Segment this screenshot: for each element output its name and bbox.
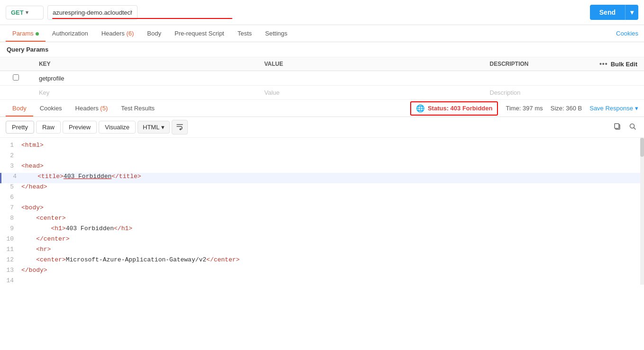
line-number: 3 — [0, 162, 21, 170]
toolbar-right — [612, 121, 638, 134]
col-key: KEY — [32, 57, 258, 71]
line-content: </center> — [21, 235, 644, 242]
line-number: 14 — [0, 277, 21, 284]
line-number: 1 — [0, 142, 21, 149]
line-content: </head> — [21, 183, 644, 190]
code-line-9: 9 <h1>403 Forbidden</h1> — [0, 225, 644, 235]
line-content: <head> — [21, 162, 644, 170]
table-row: getprofile — [0, 71, 644, 86]
tab-prerequest[interactable]: Pre-request Script — [168, 25, 231, 42]
copy-button[interactable] — [612, 121, 623, 134]
headers-count: (6) — [126, 30, 134, 37]
status-area: 🌐 Status: 403 Forbidden Time: 397 ms Siz… — [410, 101, 638, 116]
code-line-10: 10 </center> — [0, 235, 644, 246]
code-line-7: 7<body> — [0, 204, 644, 215]
save-response-button[interactable]: Save Response ▾ — [589, 105, 638, 112]
resp-tab-headers[interactable]: Headers (5) — [69, 100, 115, 117]
key-cell: getprofile — [32, 71, 258, 86]
line-content: <hr> — [21, 246, 644, 253]
line-content: <center>Microsoft-Azure-Application-Gate… — [21, 256, 644, 263]
visualize-button[interactable]: Visualize — [99, 121, 136, 134]
line-number: 10 — [0, 235, 21, 242]
format-chevron-icon: ▾ — [161, 124, 165, 131]
line-number: 5 — [0, 183, 21, 190]
code-line-14: 14 — [0, 277, 644, 285]
method-label: GET — [11, 9, 24, 16]
pretty-button[interactable]: Pretty — [6, 121, 34, 134]
key-placeholder: Key — [32, 86, 258, 100]
query-params-header: Query Params — [0, 42, 644, 57]
resp-tab-body[interactable]: Body — [6, 100, 33, 117]
desc-placeholder: Description — [483, 86, 644, 100]
line-content: <title>403 Forbidden</title> — [23, 173, 644, 180]
line-number: 2 — [0, 152, 21, 159]
line-number: 12 — [0, 256, 21, 263]
svg-line-3 — [634, 128, 636, 130]
raw-button[interactable]: Raw — [36, 121, 61, 134]
line-number: 6 — [0, 194, 21, 201]
line-content: <h1>403 Forbidden</h1> — [21, 225, 644, 232]
cookies-link[interactable]: Cookies — [616, 30, 638, 37]
line-number: 4 — [1, 173, 23, 180]
col-desc: DESCRIPTION ••• Bulk Edit — [483, 57, 644, 71]
code-line-3: 3<head> — [0, 162, 644, 173]
url-input[interactable] — [47, 5, 138, 20]
scrollbar-track[interactable] — [640, 138, 644, 285]
code-line-1: 1<html> — [0, 142, 644, 152]
copy-icon — [614, 123, 621, 130]
table-row-placeholder: Key Value Description — [0, 86, 644, 100]
resp-tab-tests[interactable]: Test Results — [114, 100, 161, 117]
code-line-11: 11 <hr> — [0, 246, 644, 256]
line-content: <body> — [21, 204, 644, 211]
status-text: Status: 403 Forbidden — [428, 105, 493, 112]
tab-tests[interactable]: Tests — [231, 25, 258, 42]
tab-body[interactable]: Body — [140, 25, 168, 42]
line-number: 7 — [0, 204, 21, 211]
code-wrapper: 1<html>23<head>4 <title>403 Forbidden</t… — [0, 138, 644, 285]
save-response-chevron-icon: ▾ — [635, 105, 638, 112]
send-button[interactable]: Send ▾ — [590, 5, 638, 20]
params-table: KEY VALUE DESCRIPTION ••• Bulk Edit getp… — [0, 57, 644, 100]
wrap-icon — [176, 123, 184, 130]
method-select[interactable]: GET ▾ — [6, 6, 44, 19]
time-text: Time: 397 ms — [506, 105, 543, 112]
svg-rect-1 — [615, 124, 619, 128]
line-content: <html> — [21, 142, 644, 149]
tab-settings[interactable]: Settings — [258, 25, 294, 42]
search-button[interactable] — [627, 121, 638, 134]
col-value: VALUE — [258, 57, 483, 71]
search-icon — [629, 123, 636, 130]
code-line-4: 4 <title>403 Forbidden</title> — [0, 173, 644, 183]
code-line-5: 5</head> — [0, 183, 644, 194]
code-view[interactable]: 1<html>23<head>4 <title>403 Forbidden</t… — [0, 138, 644, 285]
row1-checkbox[interactable] — [13, 74, 19, 81]
tab-authorization[interactable]: Authorization — [46, 25, 95, 42]
send-dropdown-icon[interactable]: ▾ — [625, 5, 638, 20]
col-checkbox — [0, 57, 32, 71]
resp-headers-count: (5) — [100, 105, 108, 112]
resp-tab-cookies[interactable]: Cookies — [33, 100, 69, 117]
bulk-edit-button[interactable]: Bulk Edit — [611, 61, 637, 68]
wrap-button[interactable] — [172, 120, 188, 135]
tab-headers[interactable]: Headers (6) — [95, 25, 141, 42]
tab-params[interactable]: Params — [6, 25, 46, 42]
url-container — [47, 5, 586, 20]
more-options-icon[interactable]: ••• — [599, 60, 608, 68]
format-select[interactable]: HTML ▾ — [138, 121, 170, 134]
line-content: </body> — [21, 267, 644, 274]
code-line-2: 2 — [0, 152, 644, 162]
code-line-13: 13</body> — [0, 267, 644, 277]
request-tabs-row: Params Authorization Headers (6) Body Pr… — [0, 25, 644, 42]
preview-button[interactable]: Preview — [63, 121, 97, 134]
globe-icon: 🌐 — [416, 104, 425, 113]
code-line-12: 12 <center>Microsoft-Azure-Application-G… — [0, 256, 644, 267]
line-number: 11 — [0, 246, 21, 253]
url-underline — [52, 18, 232, 19]
value-placeholder: Value — [258, 86, 483, 100]
code-line-6: 6 — [0, 194, 644, 204]
format-toolbar: Pretty Raw Preview Visualize HTML ▾ — [0, 117, 644, 138]
value-cell — [258, 71, 483, 86]
params-dot — [36, 32, 39, 36]
format-selected-label: HTML — [143, 124, 159, 131]
line-number: 13 — [0, 267, 21, 274]
